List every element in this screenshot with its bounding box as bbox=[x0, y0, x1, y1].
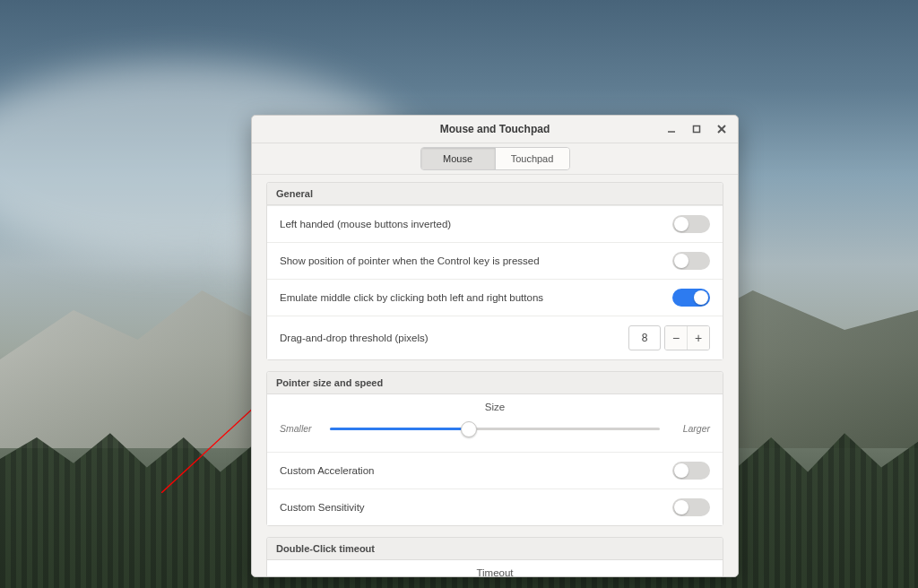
show-pointer-label: Show position of pointer when the Contro… bbox=[280, 255, 672, 266]
left-handed-label: Left handed (mouse buttons inverted) bbox=[280, 219, 672, 229]
drag-threshold-decrement[interactable]: − bbox=[665, 326, 687, 350]
minimize-button[interactable] bbox=[660, 119, 683, 139]
doubleclick-timeout-title: Timeout bbox=[280, 567, 710, 576]
emulate-middle-toggle[interactable] bbox=[672, 289, 710, 307]
svg-rect-3 bbox=[694, 126, 700, 133]
row-show-pointer: Show position of pointer when the Contro… bbox=[267, 242, 723, 279]
row-left-handed: Left handed (mouse buttons inverted) bbox=[267, 205, 723, 242]
tab-bar: Mouse Touchpad bbox=[252, 143, 738, 175]
emulate-middle-label: Emulate middle click by clicking both le… bbox=[280, 292, 672, 303]
panel-doubleclick-header: Double-Click timeout bbox=[267, 538, 723, 560]
show-pointer-toggle[interactable] bbox=[672, 252, 710, 270]
custom-accel-toggle[interactable] bbox=[672, 462, 710, 480]
row-custom-accel: Custom Acceleration bbox=[267, 452, 723, 489]
custom-sens-label: Custom Sensitivity bbox=[280, 502, 672, 513]
drag-threshold-increment[interactable]: + bbox=[687, 326, 709, 350]
maximize-icon bbox=[692, 125, 701, 134]
drag-threshold-value[interactable]: 8 bbox=[628, 325, 661, 350]
desktop-wallpaper: Mouse and Touchpad Mouse Touchpad bbox=[0, 0, 918, 588]
content-area: General Left handed (mouse buttons inver… bbox=[252, 175, 738, 576]
tab-mouse[interactable]: Mouse bbox=[421, 148, 495, 169]
drag-threshold-label: Drag-and-drop threshold (pixels) bbox=[280, 333, 628, 343]
drag-threshold-spinner: 8 − + bbox=[628, 325, 710, 350]
row-drag-threshold: Drag-and-drop threshold (pixels) 8 − + bbox=[267, 316, 723, 359]
maximize-button[interactable] bbox=[685, 119, 708, 139]
panel-general-header: General bbox=[267, 183, 723, 205]
doubleclick-timeout-block: Timeout Short Long bbox=[267, 560, 723, 576]
pointer-size-max-label: Larger bbox=[671, 423, 710, 434]
window-title: Mouse and Touchpad bbox=[440, 123, 550, 135]
tab-touchpad[interactable]: Touchpad bbox=[495, 148, 569, 169]
panel-doubleclick: Double-Click timeout Timeout Short Long … bbox=[266, 537, 723, 576]
pointer-size-min-label: Smaller bbox=[280, 423, 319, 434]
panel-pointer: Pointer size and speed Size Smaller Larg… bbox=[266, 371, 723, 526]
titlebar: Mouse and Touchpad bbox=[252, 116, 738, 143]
pointer-size-slider[interactable] bbox=[330, 419, 660, 437]
row-custom-sens: Custom Sensitivity bbox=[267, 489, 723, 525]
pointer-size-title: Size bbox=[280, 402, 710, 412]
panel-pointer-header: Pointer size and speed bbox=[267, 372, 723, 394]
close-button[interactable] bbox=[710, 119, 733, 139]
row-emulate-middle: Emulate middle click by clicking both le… bbox=[267, 279, 723, 316]
close-icon bbox=[717, 125, 726, 134]
custom-sens-toggle[interactable] bbox=[672, 498, 710, 516]
panel-general: General Left handed (mouse buttons inver… bbox=[266, 182, 723, 360]
minimize-icon bbox=[667, 125, 676, 134]
left-handed-toggle[interactable] bbox=[672, 215, 710, 233]
custom-accel-label: Custom Acceleration bbox=[280, 465, 672, 476]
settings-window: Mouse and Touchpad Mouse Touchpad bbox=[251, 115, 739, 577]
pointer-size-block: Size Smaller Larger bbox=[267, 394, 723, 452]
